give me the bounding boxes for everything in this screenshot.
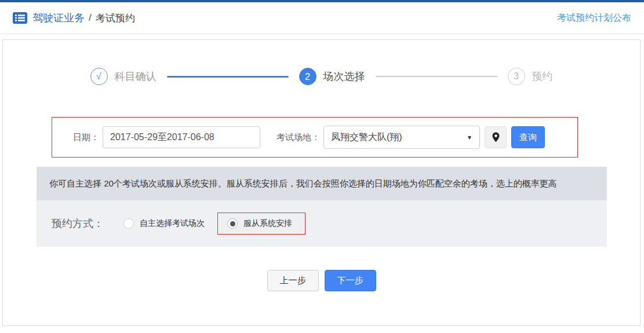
notice-bar: 你可自主选择 20个考试场次或服从系统安排。服从系统安排后，我们会按照你选择的日…	[37, 167, 607, 200]
step-2-circle: 2	[299, 68, 316, 85]
exam-plan-link[interactable]: 考试预约计划公布	[557, 12, 631, 24]
radio-option-system-arrange[interactable]: 服从系统安排	[227, 218, 292, 229]
breadcrumb-current: 考试预约	[96, 12, 135, 25]
step-session-select: 2 场次选择	[299, 68, 365, 85]
footer-actions: 上一步 下一步	[3, 270, 640, 291]
radio-system-arrange-label: 服从系统安排	[243, 218, 292, 229]
stepper: √ 科目确认 2 场次选择 3 预约	[3, 68, 640, 85]
step-3-label: 预约	[532, 69, 553, 83]
step-reserve: 3 预约	[508, 68, 553, 85]
booking-method-label: 预约方式：	[52, 217, 104, 230]
venue-label: 考试场地：	[276, 132, 320, 143]
map-pin-icon	[492, 132, 500, 142]
step-subject-confirm: √ 科目确认	[90, 68, 157, 85]
step-connector-done	[167, 76, 289, 78]
chevron-down-icon: ▼	[467, 134, 472, 141]
next-step-button[interactable]: 下一步	[325, 270, 376, 291]
breadcrumb-root[interactable]: 驾驶证业务	[32, 11, 85, 25]
header: 驾驶证业务 / 考试预约 考试预约计划公布	[0, 2, 644, 34]
notice-text: 你可自主选择 20个考试场次或服从系统安排。服从系统安排后，我们会按照你选择的日…	[49, 178, 557, 189]
step-1-label: 科目确认	[115, 69, 157, 83]
radio-checked[interactable]	[227, 218, 238, 229]
step-1-circle: √	[90, 68, 108, 85]
search-criteria-box: 日期： 考试场地： 凤翔交警大队(翔) ▼ 查询	[52, 117, 578, 158]
radio-option-self-select[interactable]: 自主选择考试场次	[123, 218, 205, 229]
previous-step-button[interactable]: 上一步	[267, 270, 319, 291]
selected-option-highlight: 服从系统安排	[217, 213, 305, 235]
step-2-label: 场次选择	[323, 69, 365, 83]
date-range-input[interactable]	[103, 126, 260, 148]
main-panel: √ 科目确认 2 场次选择 3 预约 日期： 考试场地： 凤翔交警大队(翔) ▼…	[2, 39, 641, 326]
radio-self-select-label: 自主选择考试场次	[140, 218, 205, 229]
venue-select-value: 凤翔交警大队(翔)	[331, 131, 402, 144]
radio-unchecked[interactable]	[123, 218, 134, 229]
step-3-circle: 3	[508, 68, 525, 85]
query-button[interactable]: 查询	[511, 126, 545, 148]
step-connector-pending	[376, 76, 497, 77]
venue-select[interactable]: 凤翔交警大队(翔) ▼	[323, 126, 480, 149]
breadcrumb-separator: /	[89, 12, 92, 24]
date-label: 日期：	[73, 132, 99, 143]
booking-method-row: 预约方式： 自主选择考试场次 服从系统安排	[37, 200, 607, 247]
list-form-icon	[13, 12, 27, 24]
map-location-button[interactable]	[485, 126, 507, 148]
